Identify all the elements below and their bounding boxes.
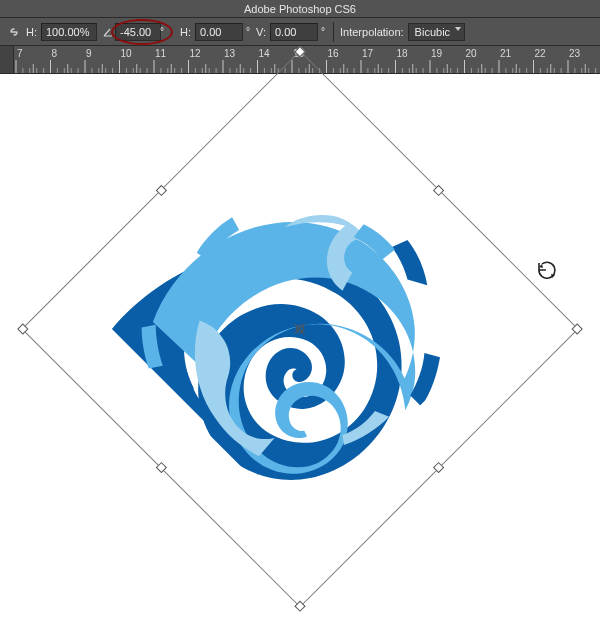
ruler-tick-label: 18 <box>397 48 409 59</box>
ruler-tick-label: 9 <box>86 48 92 59</box>
link-width-height-icon[interactable] <box>6 24 22 40</box>
ruler-tick-label: 23 <box>569 48 581 59</box>
app-title: Adobe Photoshop CS6 <box>244 3 356 15</box>
ruler-tick-label: 11 <box>155 48 167 59</box>
degree-mark-3: ° <box>321 26 325 37</box>
transform-handle-top[interactable] <box>156 185 167 196</box>
degree-mark: ° <box>160 26 164 37</box>
ruler-tick-label: 17 <box>362 48 374 59</box>
angle-icon <box>101 24 115 40</box>
options-bar: H: 100.00% -45.00 ° H: 0.00 ° V: 0.00 ° … <box>0 18 600 46</box>
document-canvas[interactable] <box>0 74 600 639</box>
ruler-tick-label: 7 <box>17 48 23 59</box>
ruler-tick-label: 19 <box>431 48 443 59</box>
skew-v-input[interactable]: 0.00 <box>270 23 318 41</box>
ruler-tick-label: 16 <box>328 48 340 59</box>
transform-handle-left[interactable] <box>156 462 167 473</box>
angle-group: -45.00 ° <box>101 23 166 41</box>
ruler-tick-label: 22 <box>535 48 547 59</box>
ruler-tick-label: 20 <box>466 48 478 59</box>
ruler-tick-label: 12 <box>190 48 202 59</box>
scale-h-label: H: <box>26 26 37 38</box>
transform-handle-top-left[interactable] <box>17 323 28 334</box>
rotate-cursor-icon <box>535 259 559 283</box>
ruler-tick-label: 14 <box>259 48 271 59</box>
transform-handle-right[interactable] <box>433 185 444 196</box>
transform-handle-bottom[interactable] <box>433 462 444 473</box>
skew-h-label: H: <box>180 26 191 38</box>
ruler-tick-label: 8 <box>52 48 58 59</box>
ruler-tick-label: 10 <box>121 48 133 59</box>
transform-center-point[interactable] <box>290 319 310 339</box>
interpolation-label: Interpolation: <box>340 26 404 38</box>
transform-handle-bottom-right[interactable] <box>572 323 583 334</box>
transform-bounding-box[interactable] <box>21 50 578 607</box>
skew-v-label: V: <box>256 26 266 38</box>
transform-handle-bottom-left[interactable] <box>294 601 305 612</box>
ruler-origin-box <box>0 46 14 74</box>
title-bar: Adobe Photoshop CS6 <box>0 0 600 18</box>
skew-h-input[interactable]: 0.00 <box>195 23 243 41</box>
rotation-angle-input[interactable]: -45.00 <box>115 23 161 41</box>
chevron-down-icon <box>455 27 461 31</box>
interpolation-dropdown[interactable]: Bicubic <box>408 23 465 41</box>
separator <box>333 22 334 42</box>
scale-h-input[interactable]: 100.00% <box>41 23 97 41</box>
degree-mark-2: ° <box>246 26 250 37</box>
ruler-tick-label: 21 <box>500 48 512 59</box>
ruler-tick-label: 13 <box>224 48 236 59</box>
